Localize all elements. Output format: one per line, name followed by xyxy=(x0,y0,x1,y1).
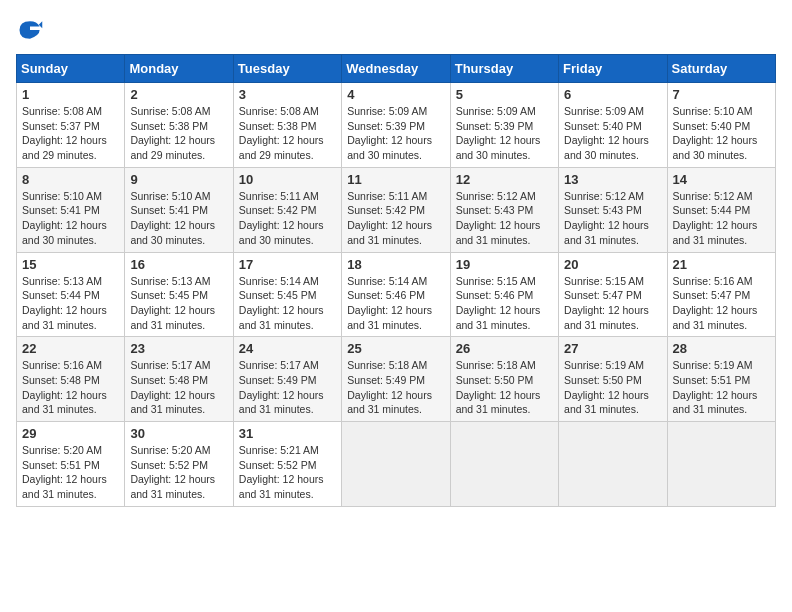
day-number: 8 xyxy=(22,172,119,187)
calendar-day-cell: 30 Sunrise: 5:20 AMSunset: 5:52 PMDaylig… xyxy=(125,422,233,507)
calendar-week-row: 29 Sunrise: 5:20 AMSunset: 5:51 PMDaylig… xyxy=(17,422,776,507)
day-info: Sunrise: 5:12 AMSunset: 5:44 PMDaylight:… xyxy=(673,190,758,246)
day-number: 22 xyxy=(22,341,119,356)
calendar-day-cell: 25 Sunrise: 5:18 AMSunset: 5:49 PMDaylig… xyxy=(342,337,450,422)
day-number: 18 xyxy=(347,257,444,272)
calendar-day-cell: 13 Sunrise: 5:12 AMSunset: 5:43 PMDaylig… xyxy=(559,167,667,252)
calendar-day-cell: 19 Sunrise: 5:15 AMSunset: 5:46 PMDaylig… xyxy=(450,252,558,337)
day-info: Sunrise: 5:12 AMSunset: 5:43 PMDaylight:… xyxy=(564,190,649,246)
day-number: 13 xyxy=(564,172,661,187)
day-info: Sunrise: 5:08 AMSunset: 5:38 PMDaylight:… xyxy=(130,105,215,161)
day-number: 24 xyxy=(239,341,336,356)
calendar-day-cell: 5 Sunrise: 5:09 AMSunset: 5:39 PMDayligh… xyxy=(450,83,558,168)
day-number: 28 xyxy=(673,341,770,356)
day-number: 15 xyxy=(22,257,119,272)
logo xyxy=(16,16,48,44)
day-info: Sunrise: 5:08 AMSunset: 5:37 PMDaylight:… xyxy=(22,105,107,161)
day-number: 7 xyxy=(673,87,770,102)
day-number: 31 xyxy=(239,426,336,441)
calendar-day-cell: 29 Sunrise: 5:20 AMSunset: 5:51 PMDaylig… xyxy=(17,422,125,507)
weekday-header: Sunday xyxy=(17,55,125,83)
calendar-day-cell xyxy=(559,422,667,507)
weekday-header: Saturday xyxy=(667,55,775,83)
calendar-week-row: 1 Sunrise: 5:08 AMSunset: 5:37 PMDayligh… xyxy=(17,83,776,168)
day-info: Sunrise: 5:10 AMSunset: 5:41 PMDaylight:… xyxy=(130,190,215,246)
calendar-day-cell: 11 Sunrise: 5:11 AMSunset: 5:42 PMDaylig… xyxy=(342,167,450,252)
calendar-day-cell: 28 Sunrise: 5:19 AMSunset: 5:51 PMDaylig… xyxy=(667,337,775,422)
day-info: Sunrise: 5:10 AMSunset: 5:41 PMDaylight:… xyxy=(22,190,107,246)
day-info: Sunrise: 5:11 AMSunset: 5:42 PMDaylight:… xyxy=(239,190,324,246)
day-number: 19 xyxy=(456,257,553,272)
calendar-day-cell: 26 Sunrise: 5:18 AMSunset: 5:50 PMDaylig… xyxy=(450,337,558,422)
day-number: 11 xyxy=(347,172,444,187)
calendar-day-cell: 1 Sunrise: 5:08 AMSunset: 5:37 PMDayligh… xyxy=(17,83,125,168)
day-info: Sunrise: 5:20 AMSunset: 5:52 PMDaylight:… xyxy=(130,444,215,500)
day-number: 3 xyxy=(239,87,336,102)
day-number: 14 xyxy=(673,172,770,187)
weekday-header: Monday xyxy=(125,55,233,83)
day-number: 6 xyxy=(564,87,661,102)
day-info: Sunrise: 5:16 AMSunset: 5:48 PMDaylight:… xyxy=(22,359,107,415)
day-info: Sunrise: 5:18 AMSunset: 5:49 PMDaylight:… xyxy=(347,359,432,415)
day-info: Sunrise: 5:18 AMSunset: 5:50 PMDaylight:… xyxy=(456,359,541,415)
day-number: 4 xyxy=(347,87,444,102)
day-info: Sunrise: 5:15 AMSunset: 5:46 PMDaylight:… xyxy=(456,275,541,331)
calendar-day-cell: 18 Sunrise: 5:14 AMSunset: 5:46 PMDaylig… xyxy=(342,252,450,337)
calendar-day-cell: 8 Sunrise: 5:10 AMSunset: 5:41 PMDayligh… xyxy=(17,167,125,252)
day-number: 25 xyxy=(347,341,444,356)
calendar-day-cell: 12 Sunrise: 5:12 AMSunset: 5:43 PMDaylig… xyxy=(450,167,558,252)
day-info: Sunrise: 5:15 AMSunset: 5:47 PMDaylight:… xyxy=(564,275,649,331)
calendar-day-cell: 10 Sunrise: 5:11 AMSunset: 5:42 PMDaylig… xyxy=(233,167,341,252)
day-number: 23 xyxy=(130,341,227,356)
calendar-day-cell xyxy=(450,422,558,507)
calendar-day-cell: 22 Sunrise: 5:16 AMSunset: 5:48 PMDaylig… xyxy=(17,337,125,422)
day-number: 20 xyxy=(564,257,661,272)
calendar-week-row: 8 Sunrise: 5:10 AMSunset: 5:41 PMDayligh… xyxy=(17,167,776,252)
weekday-header: Wednesday xyxy=(342,55,450,83)
page-header xyxy=(16,16,776,44)
day-info: Sunrise: 5:19 AMSunset: 5:51 PMDaylight:… xyxy=(673,359,758,415)
day-info: Sunrise: 5:13 AMSunset: 5:44 PMDaylight:… xyxy=(22,275,107,331)
weekday-header: Thursday xyxy=(450,55,558,83)
day-number: 12 xyxy=(456,172,553,187)
day-info: Sunrise: 5:09 AMSunset: 5:39 PMDaylight:… xyxy=(347,105,432,161)
day-info: Sunrise: 5:12 AMSunset: 5:43 PMDaylight:… xyxy=(456,190,541,246)
calendar-week-row: 15 Sunrise: 5:13 AMSunset: 5:44 PMDaylig… xyxy=(17,252,776,337)
day-number: 10 xyxy=(239,172,336,187)
day-info: Sunrise: 5:17 AMSunset: 5:48 PMDaylight:… xyxy=(130,359,215,415)
day-info: Sunrise: 5:09 AMSunset: 5:40 PMDaylight:… xyxy=(564,105,649,161)
day-number: 16 xyxy=(130,257,227,272)
calendar-day-cell: 6 Sunrise: 5:09 AMSunset: 5:40 PMDayligh… xyxy=(559,83,667,168)
day-info: Sunrise: 5:17 AMSunset: 5:49 PMDaylight:… xyxy=(239,359,324,415)
day-info: Sunrise: 5:11 AMSunset: 5:42 PMDaylight:… xyxy=(347,190,432,246)
day-info: Sunrise: 5:21 AMSunset: 5:52 PMDaylight:… xyxy=(239,444,324,500)
day-number: 26 xyxy=(456,341,553,356)
calendar-day-cell: 2 Sunrise: 5:08 AMSunset: 5:38 PMDayligh… xyxy=(125,83,233,168)
calendar-day-cell: 20 Sunrise: 5:15 AMSunset: 5:47 PMDaylig… xyxy=(559,252,667,337)
calendar-day-cell: 3 Sunrise: 5:08 AMSunset: 5:38 PMDayligh… xyxy=(233,83,341,168)
day-info: Sunrise: 5:08 AMSunset: 5:38 PMDaylight:… xyxy=(239,105,324,161)
calendar-day-cell xyxy=(342,422,450,507)
calendar-day-cell: 15 Sunrise: 5:13 AMSunset: 5:44 PMDaylig… xyxy=(17,252,125,337)
day-info: Sunrise: 5:19 AMSunset: 5:50 PMDaylight:… xyxy=(564,359,649,415)
day-info: Sunrise: 5:20 AMSunset: 5:51 PMDaylight:… xyxy=(22,444,107,500)
weekday-header: Friday xyxy=(559,55,667,83)
calendar-day-cell: 4 Sunrise: 5:09 AMSunset: 5:39 PMDayligh… xyxy=(342,83,450,168)
day-info: Sunrise: 5:10 AMSunset: 5:40 PMDaylight:… xyxy=(673,105,758,161)
weekday-header: Tuesday xyxy=(233,55,341,83)
calendar-day-cell: 17 Sunrise: 5:14 AMSunset: 5:45 PMDaylig… xyxy=(233,252,341,337)
day-info: Sunrise: 5:14 AMSunset: 5:45 PMDaylight:… xyxy=(239,275,324,331)
day-number: 29 xyxy=(22,426,119,441)
day-number: 30 xyxy=(130,426,227,441)
calendar-day-cell: 27 Sunrise: 5:19 AMSunset: 5:50 PMDaylig… xyxy=(559,337,667,422)
calendar-day-cell: 7 Sunrise: 5:10 AMSunset: 5:40 PMDayligh… xyxy=(667,83,775,168)
day-info: Sunrise: 5:09 AMSunset: 5:39 PMDaylight:… xyxy=(456,105,541,161)
day-number: 5 xyxy=(456,87,553,102)
calendar-day-cell xyxy=(667,422,775,507)
day-info: Sunrise: 5:16 AMSunset: 5:47 PMDaylight:… xyxy=(673,275,758,331)
calendar-day-cell: 24 Sunrise: 5:17 AMSunset: 5:49 PMDaylig… xyxy=(233,337,341,422)
logo-icon xyxy=(16,16,44,44)
day-number: 17 xyxy=(239,257,336,272)
day-number: 9 xyxy=(130,172,227,187)
calendar-day-cell: 16 Sunrise: 5:13 AMSunset: 5:45 PMDaylig… xyxy=(125,252,233,337)
